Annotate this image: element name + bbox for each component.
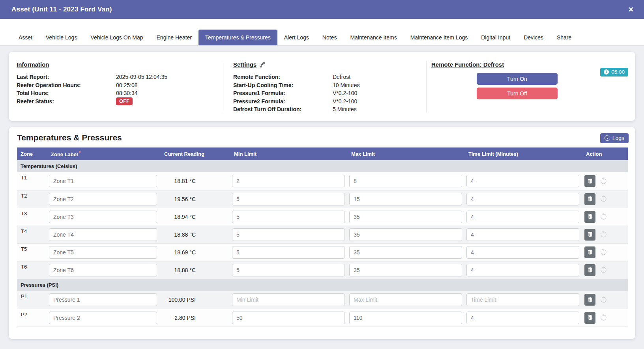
tab-asset[interactable]: Asset — [12, 30, 39, 45]
zone-label-input[interactable] — [49, 193, 157, 205]
max-limit-input[interactable] — [349, 228, 462, 241]
info-row-last-report: Last Report: 2025-09-05 12:04:35 — [17, 73, 222, 81]
time-limit-input[interactable] — [466, 293, 579, 306]
time-limit-input[interactable] — [466, 246, 579, 259]
delete-button[interactable] — [584, 312, 595, 324]
tab-vehicle-logs[interactable]: Vehicle Logs — [39, 30, 84, 45]
table-row: T1 18.81 °C — [17, 172, 628, 190]
trash-icon — [588, 214, 593, 219]
settings-row-pressure1-formula: Pressure1 Formula: V*0.2-100 — [233, 89, 426, 97]
settings-label: Pressure2 Formula: — [233, 97, 333, 106]
tab-notes[interactable]: Notes — [316, 30, 344, 45]
trash-icon — [588, 250, 593, 255]
group-label: Pressures (PSI) — [17, 279, 628, 291]
info-value: 2025-09-05 12:04:35 — [116, 73, 167, 81]
tab-digital-input[interactable]: Digital Input — [474, 30, 517, 45]
tab-maintenance-items[interactable]: Maintenance Items — [343, 30, 403, 45]
turn-on-button[interactable]: Turn On — [477, 73, 558, 85]
min-limit-input[interactable] — [232, 293, 345, 306]
zone-label-input[interactable] — [49, 211, 157, 223]
table-row: T4 18.88 °C — [17, 226, 628, 243]
max-limit-input[interactable] — [349, 175, 462, 187]
min-limit-input[interactable] — [232, 312, 345, 324]
delete-button[interactable] — [584, 246, 595, 258]
delete-button[interactable] — [584, 294, 595, 306]
delete-button[interactable] — [584, 175, 595, 187]
trash-icon — [588, 179, 593, 184]
tab-bar: Asset Vehicle Logs Vehicle Logs On Map E… — [0, 19, 644, 46]
col-header-time-limit: Time Limit (Minutes) — [465, 147, 582, 160]
zone-label-input[interactable] — [49, 293, 157, 306]
edit-settings-icon[interactable] — [260, 62, 265, 67]
min-limit-input[interactable] — [232, 228, 345, 241]
undo-icon[interactable] — [600, 314, 607, 321]
col-header-zone-label: Zone Label* — [47, 147, 161, 160]
trash-icon — [588, 232, 593, 237]
logs-button[interactable]: Logs — [600, 133, 629, 143]
delete-button[interactable] — [584, 264, 595, 276]
section-title: Temperatures & Pressures — [17, 133, 122, 143]
tab-alert-logs[interactable]: Alert Logs — [277, 30, 316, 45]
delete-button[interactable] — [584, 211, 595, 223]
delete-button[interactable] — [584, 193, 595, 205]
time-limit-input[interactable] — [466, 312, 579, 324]
zone-label-input[interactable] — [49, 228, 157, 241]
settings-row-pressure2-formula: Pressure2 Formula: V*0.2-100 — [233, 97, 426, 106]
settings-value: V*0.2-100 — [333, 97, 357, 106]
settings-label: Start-Up Cooling Time: — [233, 81, 333, 90]
settings-value: Defrost — [333, 73, 350, 81]
info-label: Reefer Operation Hours: — [17, 81, 116, 90]
undo-icon[interactable] — [600, 231, 607, 238]
current-reading: -100.00 PSI — [161, 291, 230, 309]
zone-label-input[interactable] — [49, 264, 157, 276]
trash-icon — [588, 315, 593, 320]
close-icon[interactable]: ✕ — [628, 6, 634, 13]
info-card: Information Last Report: 2025-09-05 12:0… — [9, 52, 635, 121]
min-limit-input[interactable] — [232, 175, 345, 187]
undo-icon[interactable] — [600, 296, 607, 304]
undo-icon[interactable] — [600, 195, 607, 203]
zone-label-input[interactable] — [49, 246, 157, 259]
zone-label-input[interactable] — [49, 312, 157, 324]
zone-id: T5 — [17, 243, 47, 261]
delete-button[interactable] — [584, 229, 595, 241]
time-limit-input[interactable] — [466, 228, 579, 241]
current-reading: 18.69 °C — [161, 243, 230, 261]
tab-devices[interactable]: Devices — [517, 30, 550, 45]
col-header-zone: Zone — [17, 147, 47, 160]
tab-temperatures-pressures[interactable]: Temperatures & Pressures — [198, 30, 277, 45]
max-limit-input[interactable] — [349, 312, 462, 324]
info-row-total-hours: Total Hours: 08:30:34 — [17, 89, 222, 97]
undo-icon[interactable] — [600, 177, 607, 185]
turn-off-button[interactable]: Turn Off — [477, 88, 558, 99]
required-asterisk: * — [79, 150, 80, 155]
timer-value: 05:00 — [611, 69, 625, 75]
min-limit-input[interactable] — [232, 211, 345, 223]
undo-icon[interactable] — [600, 213, 607, 220]
min-limit-input[interactable] — [232, 193, 345, 205]
tab-maintenance-item-logs[interactable]: Maintenance Item Logs — [404, 30, 475, 45]
undo-icon[interactable] — [600, 266, 607, 274]
time-limit-input[interactable] — [466, 175, 579, 187]
max-limit-input[interactable] — [349, 264, 462, 276]
information-section: Information Last Report: 2025-09-05 12:0… — [9, 61, 222, 112]
time-limit-input[interactable] — [466, 211, 579, 223]
min-limit-input[interactable] — [232, 264, 345, 276]
max-limit-input[interactable] — [349, 246, 462, 259]
settings-row-startup-cooling-time: Start-Up Cooling Time: 10 Minutes — [233, 81, 426, 90]
undo-icon[interactable] — [600, 248, 607, 256]
tab-engine-heater[interactable]: Engine Heater — [150, 30, 199, 45]
remote-function-heading: Remote Function: Defrost — [431, 61, 628, 68]
zone-label-input[interactable] — [49, 175, 157, 187]
time-limit-input[interactable] — [466, 264, 579, 276]
zone-id: P2 — [17, 309, 47, 327]
col-header-action: Action — [582, 147, 628, 160]
max-limit-input[interactable] — [349, 293, 462, 306]
min-limit-input[interactable] — [232, 246, 345, 259]
tab-vehicle-logs-on-map[interactable]: Vehicle Logs On Map — [84, 30, 150, 45]
time-limit-input[interactable] — [466, 193, 579, 205]
max-limit-input[interactable] — [349, 211, 462, 223]
tab-share[interactable]: Share — [550, 30, 578, 45]
max-limit-input[interactable] — [349, 193, 462, 205]
col-header-max-limit: Max Limit — [348, 147, 465, 160]
